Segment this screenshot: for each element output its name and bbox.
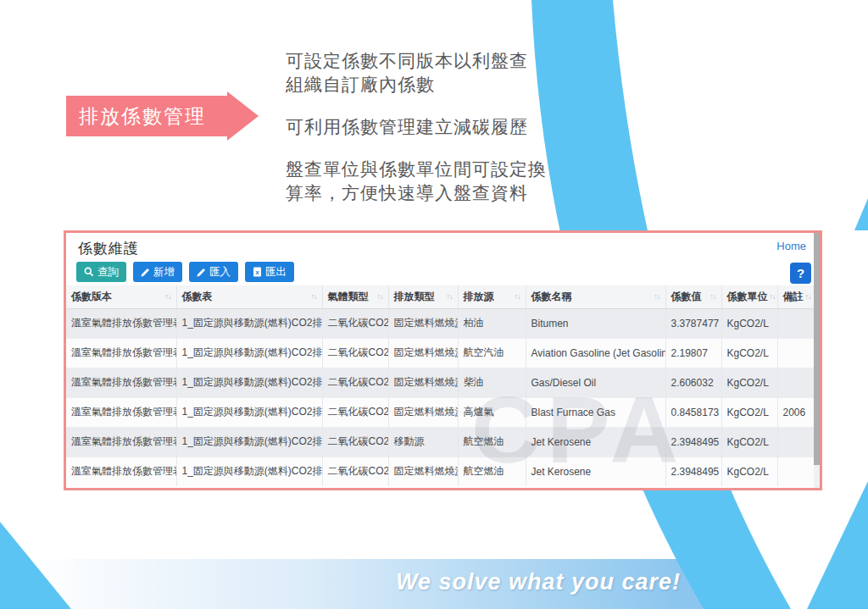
file-export-icon: x: [253, 267, 262, 277]
table-cell: 柏油: [458, 308, 526, 338]
table-cell: 1_固定源與移動源(燃料)CO2排放係數: [176, 338, 322, 368]
panel-header: 係數維護 Home: [66, 233, 820, 258]
feature-point-2-line-1: 可利用係數管理建立減碳履歷: [286, 117, 528, 136]
table-cell: [777, 368, 814, 397]
table-cell: 3.3787477: [665, 308, 721, 338]
table-cell: 溫室氣體排放係數管理表: [66, 427, 176, 457]
sort-icon: ↑↓: [805, 292, 811, 301]
table-row: 溫室氣體排放係數管理表 1_固定源與移動源(燃料)CO2排放係數 二氧化碳CO2…: [66, 338, 814, 368]
feature-point-1: 可設定係數不同版本以利盤查 組織自訂廠內係數: [286, 49, 625, 97]
slide-canvas: We solve what you care! 排放係數管理 可設定係數不同版本…: [0, 0, 868, 609]
feature-point-1-line-2: 組織自訂廠內係數: [286, 75, 435, 94]
sort-icon: ↑↓: [654, 292, 660, 301]
pencil-icon: [141, 268, 150, 277]
table-cell: 1_固定源與移動源(燃料)CO2排放係數: [176, 457, 322, 486]
column-header-note[interactable]: 備註↑↓: [777, 285, 814, 308]
query-button-label: 查詢: [97, 265, 119, 280]
column-header-version[interactable]: 係數版本↑↓: [66, 285, 176, 308]
table-cell: 固定燃料燃燒源: [388, 457, 458, 486]
vertical-scrollbar[interactable]: [814, 233, 820, 488]
table-cell: 2.606032: [665, 368, 721, 397]
table-cell: 航空燃油: [458, 427, 526, 457]
table-cell: 航空燃油: [458, 457, 526, 486]
feature-point-1-line-1: 可設定係數不同版本以利盤查: [286, 51, 528, 70]
table-cell: 溫室氣體排放係數管理表: [66, 368, 176, 397]
table-cell: [777, 427, 814, 457]
column-header-coefficient-name[interactable]: 係數名稱↑↓: [526, 285, 665, 308]
column-header-table[interactable]: 係數表↑↓: [176, 285, 322, 308]
feature-point-3-line-2: 算率，方便快速導入盤查資料: [286, 183, 528, 202]
table-cell: Gas/Diesel Oil: [526, 368, 665, 397]
table-cell: 航空汽油: [458, 338, 526, 368]
export-button-label: 匯出: [265, 265, 287, 280]
table-cell: 1_固定源與移動源(燃料)CO2排放係數: [176, 427, 322, 457]
table-cell: 移動源: [388, 427, 458, 457]
feature-point-3-line-1: 盤查單位與係數單位間可設定換: [286, 159, 547, 179]
table-row: 溫室氣體排放係數管理表 1_固定源與移動源(燃料)CO2排放係數 二氧化碳CO2…: [66, 308, 814, 338]
column-header-gas-type[interactable]: 氣體類型↑↓: [322, 285, 388, 308]
page-title: 係數維護: [78, 239, 139, 258]
table-cell: Jet Kerosene: [526, 427, 665, 457]
table-cell: 固定燃料燃燒源: [388, 368, 458, 397]
column-header-coefficient-value[interactable]: 係數值↑↓: [665, 285, 721, 308]
home-link[interactable]: Home: [776, 240, 806, 252]
table-cell: 2006: [777, 397, 814, 427]
table-row: 溫室氣體排放係數管理表 1_固定源與移動源(燃料)CO2排放係數 二氧化碳CO2…: [66, 397, 814, 427]
table-cell: KgCO2/L: [721, 308, 777, 338]
table-cell: 二氧化碳CO2: [322, 457, 388, 486]
table-cell: 高爐氣: [458, 397, 526, 427]
table-cell: 二氧化碳CO2: [322, 368, 388, 397]
table-cell: KgCO2/L: [721, 427, 777, 457]
sort-icon: ↑↓: [165, 292, 171, 301]
column-header-coefficient-unit[interactable]: 係數單位↑↓: [721, 285, 777, 308]
sort-icon: ↑↓: [377, 292, 383, 301]
swoosh-corner-band: [807, 481, 868, 609]
table-cell: 2.19807: [665, 338, 721, 368]
column-header-emission-source[interactable]: 排放源↑↓: [458, 285, 526, 308]
table-cell: 固定燃料燃燒源: [388, 338, 458, 368]
table-cell: 柴油: [458, 368, 526, 397]
table-cell: 溫室氣體排放係數管理表: [66, 457, 176, 486]
table-cell: 1_固定源與移動源(燃料)CO2排放係數: [176, 368, 322, 397]
add-button[interactable]: 新增: [133, 262, 182, 282]
table-cell: 1_固定源與移動源(燃料)CO2排放係數: [176, 397, 322, 427]
sort-icon: ↑↓: [311, 292, 317, 301]
table-cell: KgCO2/L: [721, 457, 777, 486]
table-cell: 二氧化碳CO2: [322, 338, 388, 368]
table-cell: Jet Kerosene: [526, 457, 665, 486]
table-cell: KgCO2/L: [721, 338, 777, 368]
table-cell: 二氧化碳CO2: [322, 427, 388, 457]
scrollbar-thumb[interactable]: [814, 233, 820, 465]
table-cell: KgCO2/L: [721, 368, 777, 397]
search-icon: [84, 267, 94, 277]
footer-slogan: We solve what you care!: [373, 569, 704, 595]
table-row: 溫室氣體排放係數管理表 1_固定源與移動源(燃料)CO2排放係數 二氧化碳CO2…: [66, 457, 814, 486]
section-label-text: 排放係數管理: [79, 105, 206, 127]
import-button[interactable]: 匯入: [189, 262, 238, 282]
table-cell: 2.3948495: [665, 427, 721, 457]
table-cell: 溫室氣體排放係數管理表: [66, 308, 176, 338]
query-button[interactable]: 查詢: [76, 262, 126, 282]
sort-icon: ↑↓: [447, 292, 453, 301]
table-row: 溫室氣體排放係數管理表 1_固定源與移動源(燃料)CO2排放係數 二氧化碳CO2…: [66, 368, 814, 397]
table-header-row: 係數版本↑↓ 係數表↑↓ 氣體類型↑↓ 排放類型↑↓ 排放源↑↓ 係數名稱↑↓ …: [66, 285, 814, 308]
table-cell: 固定燃料燃燒源: [388, 308, 458, 338]
help-button[interactable]: ?: [790, 263, 811, 284]
feature-point-2: 可利用係數管理建立減碳履歷: [286, 115, 625, 139]
table-cell: [777, 338, 814, 368]
export-button[interactable]: x 匯出: [245, 262, 294, 282]
app-screenshot-panel: 係數維護 Home 查詢 新增 匯入: [64, 230, 822, 490]
column-header-emission-type[interactable]: 排放類型↑↓: [388, 285, 458, 308]
table-cell: Bitumen: [526, 308, 665, 338]
table-cell: 2.3948495: [665, 457, 721, 486]
table-cell: KgCO2/L: [721, 397, 777, 427]
sort-icon: ↑↓: [710, 292, 716, 301]
table-cell: 二氧化碳CO2: [322, 397, 388, 427]
table-cell: [777, 457, 814, 486]
section-label-arrow: 排放係數管理: [66, 96, 227, 136]
swoosh-right-wedge: [854, 198, 868, 230]
table-cell: 溫室氣體排放係數管理表: [66, 338, 176, 368]
table-cell: 0.8458173: [665, 397, 721, 427]
table-cell: 二氧化碳CO2: [322, 308, 388, 338]
table-cell: Blast Furnace Gas: [526, 397, 665, 427]
